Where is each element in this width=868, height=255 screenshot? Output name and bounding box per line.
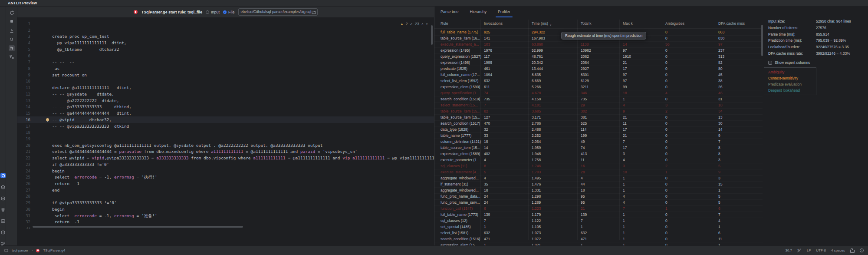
left-tool-stripe: [0, 7, 6, 245]
antlr-tool-icon[interactable]: [0, 196, 6, 201]
profiler-row[interactable]: expression (1495)197852.99910982970237: [434, 47, 763, 54]
code-line: exec nb_com_getsysconfig @a1111111111111…: [52, 142, 434, 149]
line-number: 21: [17, 149, 30, 155]
line-number: 30: [17, 206, 30, 213]
profiler-row[interactable]: table_source_item (15...823.6853029234: [434, 108, 763, 115]
profiler-row[interactable]: table_name (1777)332.2521992109: [434, 132, 763, 139]
intention-bulb-icon[interactable]: [46, 118, 49, 121]
editor-vscrollbar[interactable]: [431, 25, 433, 45]
profiler-row[interactable]: column_definition (1421)182.06449707: [434, 139, 763, 145]
folder-icon[interactable]: [312, 10, 316, 16]
inspections-widget[interactable]: ▲ 2 ✓ 23 ∧ ∨: [400, 22, 428, 26]
unlock-icon[interactable]: [850, 250, 855, 253]
column-header-invocations[interactable]: Invocations: [484, 21, 503, 26]
profiler-row[interactable]: search_condition (1519)7354.1587351031: [434, 96, 763, 103]
column-header-dfa-cache-miss[interactable]: DFA cache miss: [718, 21, 745, 26]
file-radio[interactable]: [223, 10, 227, 14]
run-icon[interactable]: [0, 185, 6, 190]
profiler-row[interactable]: execute_statement_a...10363.860113814569…: [434, 41, 763, 48]
profiler-row[interactable]: expression_elem (15...11.0211101: [434, 242, 763, 245]
profiler-row[interactable]: sql_clauses (12)71.1227104: [434, 218, 763, 224]
profiler-row[interactable]: table_source_item (15...141.959741708: [434, 145, 763, 151]
column-header-ambiguities[interactable]: Ambiguities: [665, 21, 684, 26]
profiler-panel: Parse treeHierarchyProfiler RuleInvocati…: [434, 7, 764, 245]
code-line: declare @a1111111111111 dtint,: [52, 85, 434, 91]
profiler-row[interactable]: query_specification (1...744.67834618446: [434, 90, 763, 96]
tab-hierarchy[interactable]: Hierarchy: [470, 7, 487, 17]
profiler-row[interactable]: predicate (1525)46113.444292717080: [434, 66, 763, 72]
line-number: 16: [17, 117, 30, 123]
profiler-row[interactable]: if_statement (31)351.476441015: [434, 181, 763, 188]
code-line: create proc up_com_test: [52, 33, 434, 40]
profiler-row[interactable]: full_column_name (17...10948.63583019704…: [434, 72, 763, 78]
encoding[interactable]: UTF-8: [816, 248, 826, 252]
profiler-row[interactable]: func_proc_name_serv...241.28995405: [434, 199, 763, 206]
column-header-time-ms-[interactable]: Time (ms)∨: [532, 21, 548, 26]
column-separator: [577, 20, 578, 240]
profiler-row[interactable]: search_condition (1517)4702.78652511030: [434, 120, 763, 127]
stop-icon[interactable]: [9, 18, 15, 24]
next-problem-icon[interactable]: ∨: [426, 22, 428, 26]
layers-icon[interactable]: [0, 207, 6, 212]
profiler-row[interactable]: func_proc_name_data...241.29895405: [434, 193, 763, 200]
sql-input-editor[interactable]: 1234567891011121314151617181920212223242…: [17, 17, 434, 229]
file-path-field[interactable]: ebelice/Github/tsql-parser/examples/big.…: [238, 8, 318, 16]
check-icon: ✓: [410, 22, 413, 26]
column-header-rule[interactable]: Rule: [441, 21, 448, 26]
refresh-icon[interactable]: [9, 10, 15, 16]
column-separator: [480, 20, 481, 240]
save-input-icon[interactable]: [9, 28, 15, 34]
stat-row: Input size:52958 char, 964 lines: [768, 18, 865, 25]
breadcrumb-project[interactable]: tsql-parser: [12, 248, 28, 252]
profiler-row[interactable]: execute_parameter (1...41.75811403: [434, 157, 763, 163]
column-header-total-k[interactable]: Total k: [581, 21, 592, 26]
input-radio[interactable]: [206, 10, 209, 14]
show-expert-columns[interactable]: Show expert columns: [768, 60, 810, 65]
profiler-row[interactable]: expression_elem (1590)6115.266321199026: [434, 84, 763, 90]
profiler-row[interactable]: expression (1498)199820.342206421082: [434, 60, 763, 66]
search-icon[interactable]: [9, 36, 15, 43]
profiler-row[interactable]: execute_statement (4...51.703281019: [434, 169, 763, 176]
profiler-row[interactable]: aggregate_windowed...41.4954103: [434, 175, 763, 182]
line-ending[interactable]: LF: [807, 248, 811, 252]
profiler-row[interactable]: full_table_name (1773)1391.179139107: [434, 212, 763, 218]
file-radio-label[interactable]: File: [228, 10, 235, 14]
profiler-row[interactable]: search_condition (1516)4711.0724711011: [434, 236, 763, 242]
profiler-row[interactable]: query_expression (1527)11748.76120621910…: [434, 53, 763, 60]
profiler-row[interactable]: set_special (1485)11.1051101: [434, 224, 763, 230]
tab-profiler[interactable]: Profiler: [498, 7, 510, 17]
caret-position[interactable]: 30:7: [785, 248, 792, 252]
expert-columns-checkbox[interactable]: [768, 61, 772, 65]
line-number: 22: [17, 155, 30, 162]
notifications-icon[interactable]: !: [860, 248, 864, 252]
profiler-row[interactable]: select_list (1581)6321.073632106: [434, 230, 763, 236]
table-scrollbar[interactable]: [761, 25, 763, 56]
stat-row: Number of tokens:27576: [768, 25, 865, 31]
profiler-view-icon[interactable]: [9, 45, 15, 51]
problems-icon[interactable]: [0, 230, 6, 235]
column-header-max-k[interactable]: Max k: [623, 21, 633, 26]
editor-hscrollbar[interactable]: [33, 226, 243, 228]
expert-columns-label: Show expert columns: [775, 60, 810, 65]
hierarchy-view-icon[interactable]: [9, 54, 15, 60]
antlr-preview-tool-icon[interactable]: [0, 173, 6, 178]
profiler-row[interactable]: expression_elem (1589)4021.948413308: [434, 151, 763, 157]
input-radio-label[interactable]: Input: [211, 10, 220, 14]
legend-predicate-evaluation: Predicate evaluation: [768, 81, 816, 87]
breadcrumb-file[interactable]: TSqlParser.g4: [43, 248, 65, 252]
table-header[interactable]: RuleInvocationsTime (ms)∨Total kMax kAmb…: [434, 20, 763, 29]
profiler-row[interactable]: data_type (1829)322.48811417014: [434, 126, 763, 133]
stat-row: DFA cache miss rate:3992/92246 = 4.33%: [768, 50, 865, 57]
terminal-icon[interactable]: [0, 219, 6, 224]
tab-parse-tree[interactable]: Parse tree: [441, 7, 459, 17]
indent-size[interactable]: 4 spaces: [831, 248, 845, 252]
editor-code[interactable]: create proc up_com_test @p_vipa111111111…: [52, 21, 434, 229]
profiler-row[interactable]: select_list_elem (1592)6326.669612997038: [434, 78, 763, 84]
profiler-row[interactable]: table_source_item (15...1273.17138121013: [434, 114, 763, 121]
profiler-row[interactable]: sql_clauses (11)81.74616325: [434, 163, 763, 169]
profiler-row[interactable]: select_statement (15...74.101294318: [434, 102, 763, 109]
readonly-pen-icon[interactable]: [797, 248, 802, 253]
prev-problem-icon[interactable]: ∧: [421, 22, 424, 26]
profiler-row[interactable]: function_call (1547)61.22321716: [434, 205, 763, 212]
profiler-row[interactable]: aggregate_windowed...181.33118101: [434, 187, 763, 194]
